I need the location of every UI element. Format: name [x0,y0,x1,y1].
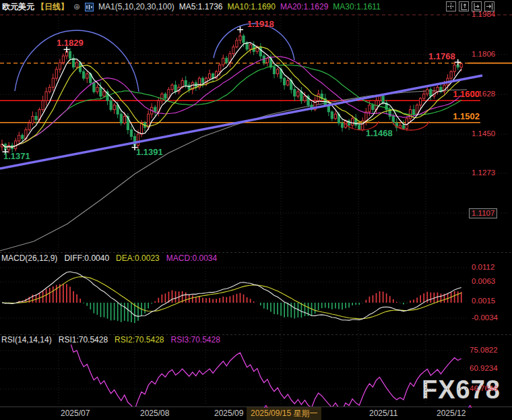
pan-tool-icon[interactable] [446,1,456,11]
restore-scale-icon[interactable] [472,1,482,11]
symbol-title: 欧元美元 [2,1,34,13]
chart-toolbar [446,1,494,11]
add-indicator-icon[interactable]: ⊕ [73,2,80,11]
ma-values-readout: MA5:1.1736MA10:1.1690MA20:1.1629MA30:1.1… [179,2,385,11]
trading-chart-window: 欧元美元 【日线】 ⊕ MA1(5,10,20,30,100) MA5:1.17… [0,0,512,420]
chart-type-icon[interactable] [85,3,94,11]
compress-scale-icon[interactable] [459,1,469,11]
ma-settings-label[interactable]: MA1(5,10,20,30,100) [98,2,174,11]
go-to-latest-icon[interactable] [484,1,494,11]
ma-value-label: MA5:1.1736 [179,2,223,11]
ma-value-label: MA30:1.1611 [333,2,381,11]
chart-canvas[interactable] [0,0,512,420]
period-label[interactable]: 【日线】 [36,1,69,13]
ma-value-label: MA20:1.1629 [280,2,328,11]
chart-topbar: 欧元美元 【日线】 ⊕ MA1(5,10,20,30,100) MA5:1.17… [0,0,512,13]
ma-value-label: MA10:1.1690 [228,2,276,11]
